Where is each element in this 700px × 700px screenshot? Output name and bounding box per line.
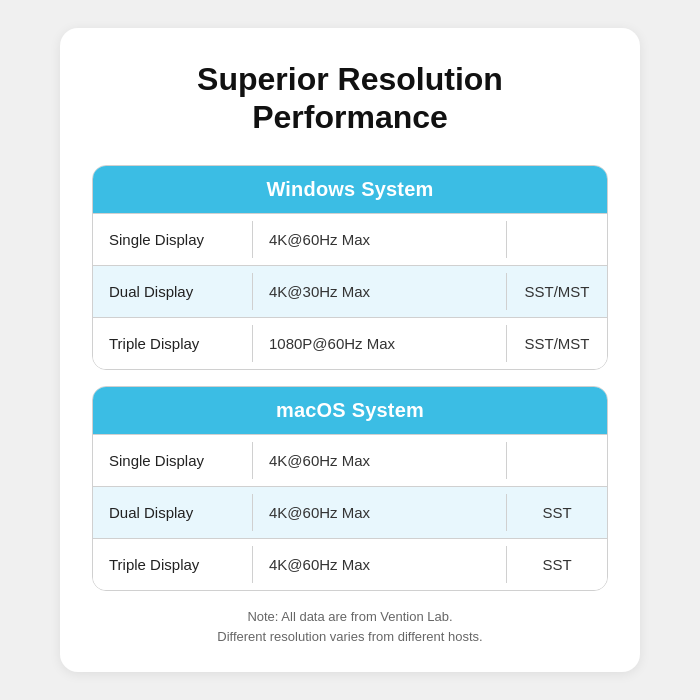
row-value: 4K@60Hz Max — [253, 546, 507, 583]
windows-table: Windows System Single Display 4K@60Hz Ma… — [92, 165, 608, 370]
row-label: Dual Display — [93, 494, 253, 531]
row-label: Dual Display — [93, 273, 253, 310]
table-row: Triple Display 4K@60Hz Max SST — [93, 538, 607, 590]
row-label: Triple Display — [93, 325, 253, 362]
macos-header: macOS System — [93, 387, 607, 434]
row-label: Single Display — [93, 442, 253, 479]
table-row: Single Display 4K@60Hz Max — [93, 213, 607, 265]
page-title: Superior ResolutionPerformance — [92, 60, 608, 137]
card: Superior ResolutionPerformance Windows S… — [60, 28, 640, 672]
row-label: Single Display — [93, 221, 253, 258]
note-text: Note: All data are from Vention Lab.Diff… — [92, 607, 608, 649]
row-badge: SST — [507, 546, 607, 583]
windows-header: Windows System — [93, 166, 607, 213]
table-row: Triple Display 1080P@60Hz Max SST/MST — [93, 317, 607, 369]
row-badge — [507, 450, 607, 470]
row-badge: SST/MST — [507, 273, 607, 310]
row-value: 4K@60Hz Max — [253, 494, 507, 531]
table-row: Dual Display 4K@30Hz Max SST/MST — [93, 265, 607, 317]
macos-table: macOS System Single Display 4K@60Hz Max … — [92, 386, 608, 591]
row-label: Triple Display — [93, 546, 253, 583]
row-value: 4K@60Hz Max — [253, 221, 507, 258]
row-badge: SST — [507, 494, 607, 531]
row-badge: SST/MST — [507, 325, 607, 362]
row-value: 4K@30Hz Max — [253, 273, 507, 310]
table-row: Dual Display 4K@60Hz Max SST — [93, 486, 607, 538]
table-row: Single Display 4K@60Hz Max — [93, 434, 607, 486]
row-value: 1080P@60Hz Max — [253, 325, 507, 362]
row-badge — [507, 229, 607, 249]
row-value: 4K@60Hz Max — [253, 442, 507, 479]
